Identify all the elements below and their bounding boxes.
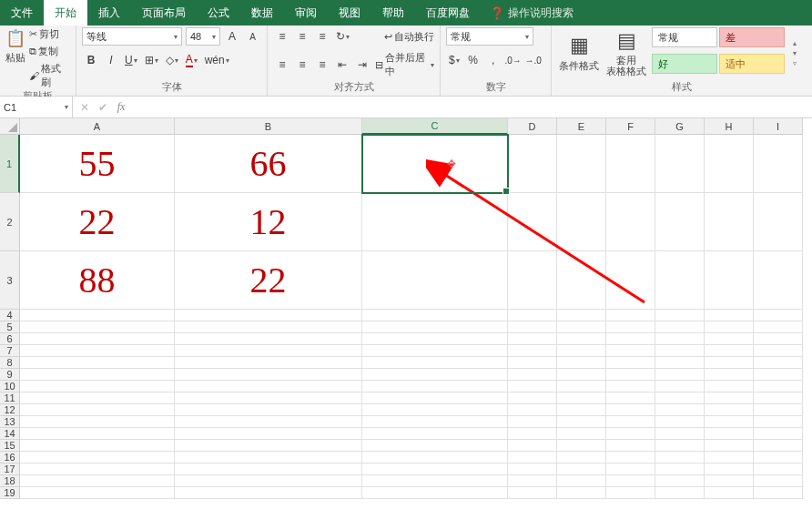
- cell-G6[interactable]: [655, 333, 705, 345]
- cell-G7[interactable]: [655, 345, 705, 357]
- increase-indent-button[interactable]: ⇥: [353, 56, 371, 74]
- cell-H12[interactable]: [705, 404, 754, 416]
- cell-I15[interactable]: [754, 440, 803, 452]
- align-top-button[interactable]: ≡: [273, 27, 291, 46]
- cell-A6[interactable]: [20, 333, 175, 345]
- formula-accept-button[interactable]: ✔: [95, 101, 111, 114]
- cell-D1[interactable]: [508, 135, 557, 193]
- cell-H3[interactable]: [705, 251, 754, 310]
- cell-E6[interactable]: [557, 333, 606, 345]
- cell-E2[interactable]: [557, 193, 606, 251]
- cell-A9[interactable]: [20, 369, 175, 381]
- cell-C12[interactable]: [362, 404, 508, 416]
- cell-G19[interactable]: [655, 487, 705, 499]
- col-header-C[interactable]: C: [362, 118, 508, 135]
- cell-H11[interactable]: [705, 392, 754, 404]
- cell-E19[interactable]: [557, 487, 606, 499]
- cell-E4[interactable]: [557, 310, 606, 321]
- align-middle-button[interactable]: ≡: [293, 27, 311, 46]
- row-header-8[interactable]: 8: [0, 357, 20, 369]
- cell-H17[interactable]: [705, 464, 754, 475]
- cell-D15[interactable]: [508, 440, 557, 452]
- cell-A16[interactable]: [20, 452, 175, 464]
- cell-I1[interactable]: [754, 135, 803, 193]
- cell-A3[interactable]: 88: [20, 251, 175, 310]
- copy-button[interactable]: ⧉ 复制: [29, 45, 70, 58]
- col-header-B[interactable]: B: [175, 118, 362, 135]
- accounting-format-button[interactable]: $▾: [446, 51, 462, 69]
- col-header-D[interactable]: D: [508, 118, 557, 135]
- cell-C17[interactable]: [362, 464, 508, 475]
- cell-H6[interactable]: [705, 333, 754, 345]
- cell-A7[interactable]: [20, 345, 175, 357]
- merge-center-button[interactable]: ⊟ 合并后居中 ▾: [375, 51, 434, 78]
- percent-button[interactable]: %: [464, 51, 482, 69]
- cell-A14[interactable]: [20, 428, 175, 440]
- cell-G5[interactable]: [655, 321, 705, 333]
- cell-I10[interactable]: [754, 381, 803, 392]
- cell-D7[interactable]: [508, 345, 557, 357]
- cell-A17[interactable]: [20, 464, 175, 475]
- cell-G4[interactable]: [655, 310, 705, 321]
- cell-I14[interactable]: [754, 428, 803, 440]
- cell-I4[interactable]: [754, 310, 803, 321]
- tab-view[interactable]: 视图: [328, 0, 371, 25]
- cell-B7[interactable]: [175, 345, 362, 357]
- cell-H7[interactable]: [705, 345, 754, 357]
- tab-review[interactable]: 审阅: [284, 0, 328, 25]
- font-name-select[interactable]: 等线 ▾: [82, 27, 182, 46]
- cell-B17[interactable]: [175, 464, 362, 475]
- italic-button[interactable]: I: [102, 51, 120, 69]
- paste-icon[interactable]: 📋: [5, 27, 25, 49]
- cell-I19[interactable]: [754, 487, 803, 499]
- name-box[interactable]: C1 ▾: [0, 97, 73, 117]
- cell-D12[interactable]: [508, 404, 557, 416]
- cell-A1[interactable]: 55: [20, 135, 175, 193]
- cell-C5[interactable]: [362, 321, 508, 333]
- cell-E1[interactable]: [557, 135, 606, 193]
- cell-I3[interactable]: [754, 251, 803, 310]
- cell-E17[interactable]: [557, 464, 606, 475]
- cut-button[interactable]: ✂ 剪切: [29, 27, 70, 41]
- cell-A12[interactable]: [20, 404, 175, 416]
- conditional-format-button[interactable]: ▦ 条件格式: [557, 27, 601, 78]
- cell-B13[interactable]: [175, 416, 362, 428]
- cell-C4[interactable]: [362, 310, 508, 321]
- cell-H10[interactable]: [705, 381, 754, 392]
- row-header-13[interactable]: 13: [0, 416, 20, 428]
- row-header-10[interactable]: 10: [0, 381, 20, 392]
- col-header-A[interactable]: A: [20, 118, 175, 135]
- cell-C15[interactable]: [362, 440, 508, 452]
- cell-D4[interactable]: [508, 310, 557, 321]
- paste-label[interactable]: 粘贴: [5, 51, 25, 65]
- cell-E13[interactable]: [557, 416, 606, 428]
- cell-D14[interactable]: [508, 428, 557, 440]
- tab-file[interactable]: 文件: [0, 0, 44, 25]
- cell-H16[interactable]: [705, 452, 754, 464]
- cell-B15[interactable]: [175, 440, 362, 452]
- comma-button[interactable]: ,: [484, 51, 502, 69]
- formula-input[interactable]: [133, 97, 812, 117]
- col-header-I[interactable]: I: [754, 118, 803, 135]
- cell-C14[interactable]: [362, 428, 508, 440]
- cell-G1[interactable]: [655, 135, 705, 193]
- bold-button[interactable]: B: [82, 51, 100, 69]
- cell-A13[interactable]: [20, 416, 175, 428]
- tab-baidu[interactable]: 百度网盘: [415, 0, 481, 25]
- underline-button[interactable]: U▾: [122, 51, 140, 69]
- tab-formula[interactable]: 公式: [197, 0, 240, 25]
- cell-I16[interactable]: [754, 452, 803, 464]
- fill-color-button[interactable]: ◇▾: [163, 51, 181, 69]
- cell-F12[interactable]: [606, 404, 655, 416]
- cell-I13[interactable]: [754, 416, 803, 428]
- style-good[interactable]: 好: [652, 54, 717, 74]
- col-header-H[interactable]: H: [705, 118, 754, 135]
- cell-styles-gallery[interactable]: 常规 差 好 适中: [652, 27, 785, 78]
- row-header-1[interactable]: 1: [0, 135, 20, 193]
- cell-H2[interactable]: [705, 193, 754, 251]
- cell-F9[interactable]: [606, 369, 655, 381]
- cell-A2[interactable]: 22: [20, 193, 175, 251]
- cell-B14[interactable]: [175, 428, 362, 440]
- cell-B9[interactable]: [175, 369, 362, 381]
- cell-E5[interactable]: [557, 321, 606, 333]
